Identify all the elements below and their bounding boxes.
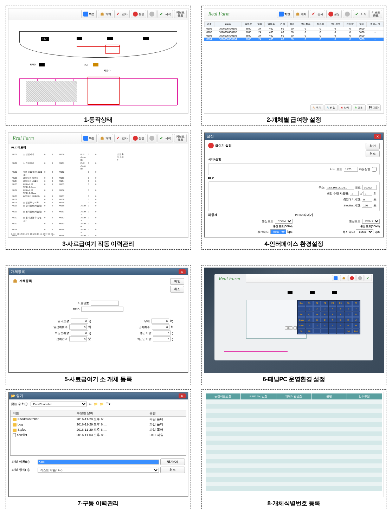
open-button[interactable]: 열기(O) — [160, 459, 185, 465]
user-button[interactable] — [343, 10, 352, 18]
table-row[interactable] — [206, 413, 383, 418]
edit-button[interactable]: ✎변경 — [324, 104, 338, 111]
table-row[interactable]: 01011026006430101960024400606000009600- — [204, 27, 384, 31]
key[interactable]: E — [321, 312, 328, 317]
key[interactable]: 1 — [306, 306, 313, 312]
ok-button[interactable]: 확인 — [170, 278, 184, 285]
key[interactable]: Del — [345, 328, 352, 334]
table-row[interactable] — [206, 441, 383, 445]
key[interactable]: F6 — [345, 301, 352, 306]
screen-button[interactable]: 화면 — [277, 10, 292, 18]
cnt-input[interactable] — [69, 325, 87, 329]
key[interactable]: 5 — [337, 306, 344, 312]
key[interactable]: Ctrl — [298, 328, 305, 334]
last-input[interactable] — [153, 336, 171, 341]
key[interactable]: Caps — [298, 317, 305, 322]
close-icon[interactable]: X — [374, 134, 381, 139]
table-row[interactable] — [206, 450, 383, 454]
goal-input[interactable] — [71, 319, 88, 323]
key[interactable]: End — [352, 328, 360, 334]
settings-button[interactable]: 설정 — [326, 10, 342, 18]
key[interactable]: Shift — [298, 323, 305, 328]
key[interactable]: Tab — [298, 312, 305, 317]
fed-input[interactable] — [152, 325, 169, 329]
key[interactable]: U — [352, 312, 360, 317]
table-row[interactable] — [206, 427, 383, 431]
table-row[interactable] — [206, 436, 383, 441]
close-icon[interactable]: X — [179, 269, 186, 274]
rfid-input[interactable] — [81, 307, 123, 312]
wt-input[interactable] — [152, 319, 169, 323]
key[interactable]: A — [306, 317, 313, 322]
key[interactable]: B — [337, 323, 344, 328]
b[interactable] — [340, 275, 348, 281]
file-row[interactable]: cow.list2016-11-03 오후 8:…LIST 파일 — [11, 432, 186, 438]
entity-button[interactable]: 개체 — [98, 134, 113, 142]
addr-input[interactable] — [326, 185, 354, 190]
start-button[interactable]: ✔시작 — [158, 134, 173, 142]
rfid-port-select[interactable]: COM1 — [362, 219, 380, 224]
key[interactable]: 2 — [313, 306, 321, 312]
key[interactable]: F4 — [329, 301, 336, 306]
table-row[interactable] — [206, 459, 383, 463]
b[interactable] — [332, 275, 339, 281]
auto-checkbox[interactable] — [372, 167, 377, 172]
wait-input[interactable] — [362, 197, 372, 202]
delete-button[interactable]: ✖삭제 — [339, 104, 352, 111]
key[interactable]: 6 — [345, 306, 352, 312]
view-icon[interactable]: ☰▾ — [106, 402, 110, 406]
table-row[interactable] — [206, 445, 383, 450]
key[interactable]: 3 — [321, 306, 328, 312]
check-button[interactable]: ✔검사 — [114, 10, 130, 18]
int-input[interactable] — [69, 336, 87, 341]
key[interactable]: W — [313, 312, 321, 317]
table-row[interactable] — [206, 399, 383, 404]
table-row[interactable]: 01031026006430103960024400606000009600- — [204, 34, 384, 38]
key[interactable]: H — [345, 317, 352, 322]
close-icon[interactable]: X — [179, 393, 186, 398]
screen-button[interactable]: 화면 — [81, 134, 97, 142]
refresh-button[interactable]: ↻갱신 — [353, 104, 366, 111]
key[interactable]: Y — [345, 312, 352, 317]
table-row[interactable] — [206, 454, 383, 459]
b[interactable] — [356, 275, 364, 281]
key[interactable]: F1 — [306, 301, 313, 306]
key[interactable]: X — [313, 323, 321, 328]
key[interactable]: F — [329, 317, 336, 322]
per-cnt-input[interactable] — [364, 191, 372, 196]
key[interactable]: Q — [306, 312, 313, 317]
scale-baud-select[interactable]: 9600 — [270, 229, 286, 234]
cancel-button[interactable]: 취소 — [170, 286, 184, 293]
table-row[interactable] — [206, 409, 383, 413]
keyboard-button[interactable]: 키보드종료 — [369, 10, 382, 18]
table-row[interactable] — [206, 482, 383, 486]
entity-button[interactable]: 개체 — [98, 10, 113, 18]
user-button[interactable] — [147, 134, 156, 142]
key[interactable] — [337, 328, 344, 334]
tag-input[interactable] — [91, 301, 119, 306]
key[interactable]: F2 — [313, 301, 321, 306]
key[interactable]: M — [352, 323, 360, 328]
table-row[interactable] — [206, 418, 383, 422]
save-button[interactable]: 💾저장 — [367, 104, 381, 111]
screen-button[interactable]: 화면 — [81, 10, 97, 18]
key[interactable]: D — [321, 317, 328, 322]
keyboard-button[interactable]: 키보드종료 — [174, 10, 187, 18]
filename-input[interactable] — [38, 460, 159, 464]
location-select[interactable]: FeedController — [31, 402, 87, 406]
port-input[interactable] — [362, 185, 377, 190]
new-folder-icon[interactable]: 📁 — [100, 402, 104, 406]
per-g-input[interactable] — [350, 191, 359, 196]
key[interactable]: 7 — [352, 306, 360, 312]
key[interactable]: ~ — [298, 306, 305, 312]
check-button[interactable]: ✔검사 — [114, 134, 130, 142]
settings-button[interactable]: 설정 — [131, 10, 146, 18]
keyboard-button[interactable]: 키보드종료 — [174, 134, 187, 142]
key[interactable] — [321, 328, 328, 334]
key[interactable]: Esc — [298, 301, 305, 306]
cancel-button[interactable]: 취소 — [366, 150, 380, 157]
key[interactable]: C — [321, 323, 328, 328]
file-row[interactable]: FeedController2016-11-29 오후 6:…파일 폴더 — [11, 417, 186, 422]
table-row[interactable] — [206, 477, 383, 482]
entity-button[interactable]: 개체 — [293, 10, 309, 18]
